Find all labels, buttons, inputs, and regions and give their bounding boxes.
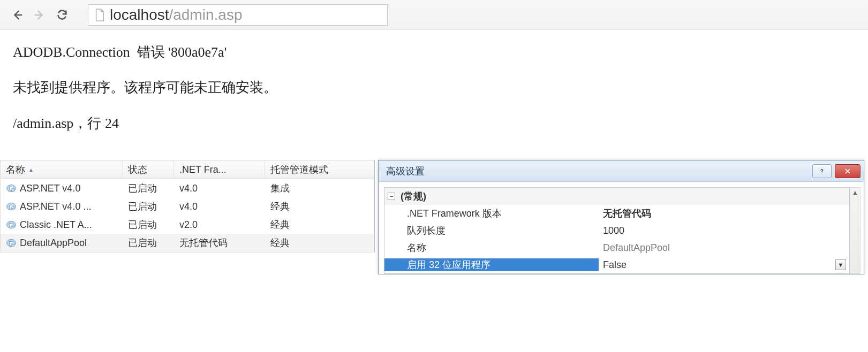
dialog-title: 高级设置	[386, 165, 425, 178]
apppool-icon	[6, 219, 17, 230]
property-label: 启用 32 位应用程序	[384, 258, 599, 271]
col-name[interactable]: 名称 ▲	[1, 160, 123, 179]
url-path: /admin.asp	[169, 6, 243, 24]
dropdown-button[interactable]: ▼	[835, 259, 846, 270]
scrollbar[interactable]: ▲	[850, 187, 861, 274]
property-row[interactable]: .NET Framework 版本无托管代码	[384, 205, 849, 222]
page-body: ADODB.Connection 错误 '800a0e7a' 未找到提供程序。该…	[0, 30, 868, 160]
category-row[interactable]: − (常规)	[384, 188, 849, 205]
sort-caret-icon: ▲	[28, 167, 34, 173]
table-row[interactable]: Classic .NET A...已启动v2.0经典	[1, 216, 374, 234]
property-row[interactable]: 名称DefaultAppPool	[384, 239, 849, 256]
forward-button[interactable]	[30, 5, 49, 25]
cell-status: 已启动	[123, 218, 174, 231]
close-button[interactable]	[835, 164, 861, 178]
apppool-icon	[6, 201, 17, 212]
table-row[interactable]: ASP.NET v4.0已启动v4.0集成	[1, 179, 374, 197]
back-button[interactable]	[7, 5, 27, 25]
col-mode[interactable]: 托管管道模式	[265, 160, 374, 179]
advanced-settings-dialog: 高级设置 − (常规) .NET Framework 版本无托管代码队列长度10…	[378, 160, 864, 274]
cell-status: 已启动	[123, 236, 174, 249]
error-word: 错误	[137, 44, 165, 60]
property-label: .NET Framework 版本	[384, 207, 599, 220]
cell-mode: 集成	[265, 182, 374, 195]
cell-net: v2.0	[174, 219, 265, 231]
app-pool-table: 名称 ▲ 状态 .NET Fra... 托管管道模式 ASP.NET v4.0已…	[0, 160, 375, 252]
cell-status: 已启动	[123, 200, 174, 213]
error-file: /admin.asp	[13, 116, 73, 131]
page-icon	[94, 8, 105, 22]
error-heading: ADODB.Connection 错误 '800a0e7a'	[13, 43, 855, 62]
table-row[interactable]: DefaultAppPool已启动无托管代码经典	[1, 234, 374, 252]
col-net[interactable]: .NET Fra...	[174, 160, 265, 179]
apppool-icon	[6, 238, 17, 248]
property-value[interactable]: 无托管代码	[599, 207, 849, 220]
error-location: /admin.asp，行 24	[13, 114, 855, 133]
dialog-titlebar[interactable]: 高级设置	[379, 160, 864, 182]
reload-button[interactable]	[52, 5, 72, 25]
cell-name: ASP.NET v4.0 ...	[20, 201, 91, 212]
cell-name: DefaultAppPool	[20, 238, 87, 249]
error-message: 未找到提供程序。该程序可能未正确安装。	[13, 78, 855, 97]
property-row[interactable]: 启用 32 位应用程序False▼	[384, 256, 849, 273]
cell-net: 无托管代码	[174, 236, 265, 249]
category-label: (常规)	[401, 190, 426, 203]
help-button[interactable]	[812, 164, 832, 178]
cell-mode: 经典	[265, 200, 374, 213]
property-grid: − (常规) .NET Framework 版本无托管代码队列长度1000名称D…	[384, 187, 850, 274]
url-host: localhost	[110, 6, 169, 24]
property-value[interactable]: 1000	[599, 225, 849, 236]
lower-area: 名称 ▲ 状态 .NET Fra... 托管管道模式 ASP.NET v4.0已…	[0, 160, 868, 274]
cell-name: Classic .NET A...	[20, 219, 92, 231]
collapse-toggle-icon[interactable]: −	[388, 193, 395, 200]
error-line-number: 24	[105, 116, 119, 131]
cell-mode: 经典	[265, 236, 374, 249]
property-label: 队列长度	[384, 224, 599, 237]
cell-net: v4.0	[174, 183, 265, 194]
cell-name: ASP.NET v4.0	[20, 183, 80, 194]
cell-status: 已启动	[123, 182, 174, 195]
error-object: ADODB.Connection	[13, 44, 130, 60]
address-bar[interactable]: localhost/admin.asp	[88, 4, 388, 26]
cell-net: v4.0	[174, 201, 265, 212]
scroll-up-icon[interactable]: ▲	[852, 188, 858, 197]
cell-mode: 经典	[265, 218, 374, 231]
table-row[interactable]: ASP.NET v4.0 ...已启动v4.0经典	[1, 197, 374, 216]
browser-chrome: localhost/admin.asp	[0, 0, 868, 30]
property-label: 名称	[384, 241, 599, 254]
col-status[interactable]: 状态	[123, 160, 174, 179]
property-row[interactable]: 队列长度1000	[384, 222, 849, 239]
table-header: 名称 ▲ 状态 .NET Fra... 托管管道模式	[1, 160, 374, 179]
apppool-icon	[6, 183, 17, 194]
svg-point-14	[821, 173, 822, 173]
property-value[interactable]: DefaultAppPool	[599, 242, 849, 254]
property-value[interactable]: False▼	[599, 259, 849, 271]
error-line-word: 行	[87, 116, 101, 131]
error-code: '800a0e7a'	[168, 44, 227, 60]
